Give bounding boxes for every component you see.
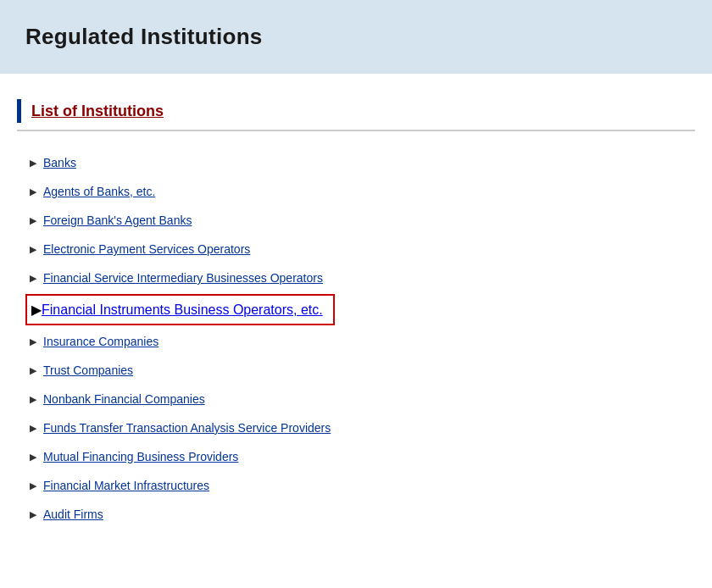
institution-list: ▶Banks▶Agents of Banks, etc.▶Foreign Ban… (17, 148, 695, 529)
section-title-bar: List of Institutions (17, 99, 695, 131)
arrow-icon: ▶ (30, 423, 36, 434)
arrow-icon: ▶ (30, 215, 36, 226)
list-item[interactable]: ▶Banks (25, 148, 695, 177)
institution-link-12[interactable]: Financial Market Infrastructures (43, 479, 209, 492)
institution-link-1[interactable]: Banks (43, 156, 76, 169)
highlighted-list-item[interactable]: ▶Financial Instruments Business Operator… (25, 294, 335, 325)
list-item[interactable]: ▶Insurance Companies (25, 327, 695, 356)
main-content: List of Institutions ▶Banks▶Agents of Ba… (0, 99, 712, 554)
arrow-icon: ▶ (30, 244, 36, 255)
arrow-icon: ▶ (30, 394, 36, 405)
institution-link-7[interactable]: Insurance Companies (43, 335, 159, 348)
list-item[interactable]: ▶Electronic Payment Services Operators (25, 235, 695, 263)
institution-link-8[interactable]: Trust Companies (43, 363, 133, 377)
list-item[interactable]: ▶Financial Market Infrastructures (25, 471, 695, 500)
list-item[interactable]: ▶Funds Transfer Transaction Analysis Ser… (25, 413, 695, 442)
list-item[interactable]: ▶Audit Firms (25, 500, 695, 529)
institution-link-4[interactable]: Electronic Payment Services Operators (43, 242, 250, 256)
institution-link-5[interactable]: Financial Service Intermediary Businesse… (43, 271, 323, 285)
list-item[interactable]: ▶Foreign Bank's Agent Banks (25, 206, 695, 235)
institution-link-11[interactable]: Mutual Financing Business Providers (43, 450, 238, 463)
page-header: Regulated Institutions (0, 0, 712, 74)
list-item[interactable]: ▶Financial Service Intermediary Business… (25, 263, 695, 292)
list-item[interactable]: ▶Agents of Banks, etc. (25, 177, 695, 206)
institution-link-9[interactable]: Nonbank Financial Companies (43, 392, 205, 406)
arrow-icon: ▶ (30, 186, 36, 197)
arrow-icon: ▶ (30, 273, 36, 284)
institution-link-10[interactable]: Funds Transfer Transaction Analysis Serv… (43, 421, 331, 435)
page-title: Regulated Institutions (25, 24, 687, 50)
institution-link-2[interactable]: Agents of Banks, etc. (43, 185, 155, 198)
arrow-icon: ▶ (30, 365, 36, 376)
arrow-icon: ▶ (30, 158, 36, 169)
list-item[interactable]: ▶Mutual Financing Business Providers (25, 442, 695, 471)
arrow-icon: ▶ (30, 480, 36, 491)
institution-link-13[interactable]: Audit Firms (43, 508, 103, 521)
blue-accent-bar (17, 99, 21, 123)
list-item[interactable]: ▶Nonbank Financial Companies (25, 385, 695, 413)
arrow-icon: ▶ (30, 336, 36, 347)
section-title-link[interactable]: List of Institutions (31, 103, 164, 120)
section-header: List of Institutions (17, 99, 695, 131)
institution-link-6[interactable]: Financial Instruments Business Operators… (42, 302, 323, 318)
arrow-icon: ▶ (30, 509, 36, 520)
institution-link-3[interactable]: Foreign Bank's Agent Banks (43, 214, 192, 227)
arrow-icon: ▶ (31, 302, 42, 318)
arrow-icon: ▶ (30, 452, 36, 463)
list-item-wrapper-highlighted: ▶Financial Instruments Business Operator… (25, 294, 695, 325)
list-item[interactable]: ▶Trust Companies (25, 356, 695, 385)
